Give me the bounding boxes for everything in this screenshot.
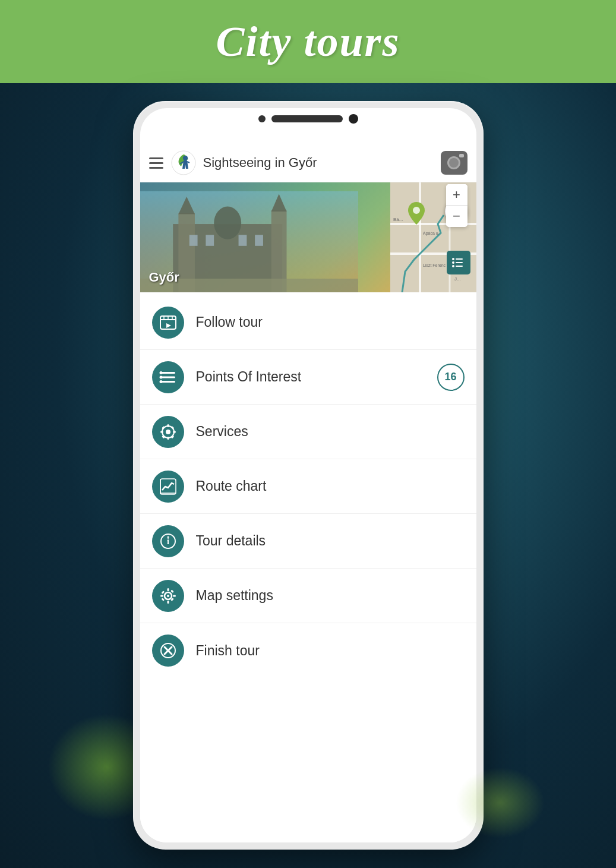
points-of-interest-icon-circle: [152, 361, 184, 393]
menu-list: Follow tour: [140, 292, 476, 842]
services-label: Services: [196, 424, 465, 440]
app-bar: Sightseeing in Győr: [140, 144, 476, 182]
phone-mockup: Sightseeing in Győr: [133, 101, 484, 850]
svg-point-41: [159, 380, 162, 383]
tour-details-icon-circle: i: [152, 525, 184, 557]
svg-point-58: [167, 595, 169, 597]
map-pin: [408, 202, 425, 227]
tour-details-label: Tour details: [196, 533, 465, 549]
camera-lens: [447, 156, 460, 169]
finish-tour-label: Finish tour: [196, 643, 465, 659]
hamburger-menu[interactable]: [149, 157, 163, 169]
zoom-controls: + −: [446, 184, 467, 227]
city-image-section: Győr: [140, 182, 476, 292]
svg-rect-28: [456, 266, 463, 267]
svg-point-40: [159, 375, 162, 378]
phone-sensors: [258, 114, 358, 124]
svg-point-42: [166, 430, 170, 434]
menu-item-services[interactable]: Services: [140, 405, 476, 459]
svg-rect-9: [189, 235, 197, 245]
route-chart-label: Route chart: [196, 478, 465, 494]
sensor-bar: [271, 115, 343, 122]
menu-item-tour-details[interactable]: i Tour details: [140, 514, 476, 569]
map-background: Bá... Apáca u. Liszt Ferenc u. J...: [390, 182, 476, 292]
svg-rect-65: [161, 598, 165, 601]
app-title: City tours: [216, 17, 400, 67]
svg-point-39: [159, 371, 162, 374]
sensor-dot-right: [349, 114, 358, 124]
svg-text:J...: J...: [454, 276, 461, 282]
svg-rect-59: [167, 588, 169, 591]
svg-text:Bá...: Bá...: [393, 217, 403, 222]
svg-rect-46: [173, 431, 176, 433]
svg-point-29: [452, 265, 454, 267]
phone-inner: Sightseeing in Győr: [140, 108, 476, 842]
map-list-button[interactable]: [447, 251, 470, 274]
camera-button[interactable]: [441, 151, 467, 175]
svg-rect-12: [255, 235, 263, 245]
svg-point-27: [452, 261, 454, 264]
svg-rect-44: [167, 437, 169, 440]
services-icon-circle: [152, 416, 184, 448]
menu-item-route-chart[interactable]: Route chart: [140, 459, 476, 514]
menu-item-follow-tour[interactable]: Follow tour: [140, 295, 476, 350]
finish-tour-icon-circle: [152, 635, 184, 667]
phone-screen: Sightseeing in Győr: [140, 144, 476, 842]
map-overlay: Bá... Apáca u. Liszt Ferenc u. J...: [390, 182, 476, 292]
zoom-out-button[interactable]: −: [446, 206, 467, 227]
zoom-in-button[interactable]: +: [446, 184, 467, 206]
svg-rect-64: [170, 589, 174, 593]
svg-rect-36: [161, 372, 175, 374]
follow-tour-icon-circle: [152, 307, 184, 339]
app-logo: [170, 150, 197, 176]
svg-text:i: i: [167, 537, 169, 546]
menu-item-points-of-interest[interactable]: Points Of Interest 16: [140, 350, 476, 405]
header-banner: City tours: [0, 0, 616, 83]
svg-point-4: [214, 207, 241, 239]
menu-item-finish-tour[interactable]: Finish tour: [140, 623, 476, 678]
svg-point-56: [167, 536, 169, 538]
svg-rect-37: [161, 376, 175, 378]
points-of-interest-label: Points Of Interest: [196, 369, 437, 385]
svg-rect-43: [167, 424, 169, 427]
app-bar-title: Sightseeing in Győr: [203, 155, 441, 171]
svg-rect-26: [456, 262, 463, 263]
svg-rect-50: [170, 435, 174, 438]
svg-rect-45: [160, 431, 163, 433]
svg-rect-11: [238, 235, 247, 245]
sensor-dot-left: [258, 115, 266, 122]
points-count-badge: 16: [437, 364, 465, 391]
svg-rect-10: [206, 235, 214, 245]
city-name: Győr: [149, 270, 179, 285]
svg-rect-49: [162, 435, 165, 438]
map-settings-label: Map settings: [196, 588, 465, 604]
svg-rect-24: [456, 258, 463, 260]
follow-tour-label: Follow tour: [196, 314, 465, 330]
route-chart-icon-circle: [152, 471, 184, 503]
svg-rect-62: [173, 595, 176, 596]
svg-rect-60: [167, 601, 169, 604]
map-settings-icon-circle: [152, 580, 184, 612]
svg-rect-63: [161, 591, 165, 594]
svg-text:Apáca u.: Apáca u.: [423, 231, 440, 236]
content-area: Győr: [140, 182, 476, 842]
svg-text:Liszt Ferenc u.: Liszt Ferenc u.: [423, 263, 450, 267]
svg-point-23: [413, 207, 420, 214]
svg-point-25: [452, 258, 454, 260]
svg-marker-35: [166, 323, 171, 328]
camera-flash: [459, 154, 464, 157]
svg-rect-38: [161, 381, 175, 383]
svg-rect-61: [160, 595, 163, 596]
menu-item-map-settings[interactable]: Map settings: [140, 569, 476, 623]
svg-point-1: [183, 156, 188, 160]
